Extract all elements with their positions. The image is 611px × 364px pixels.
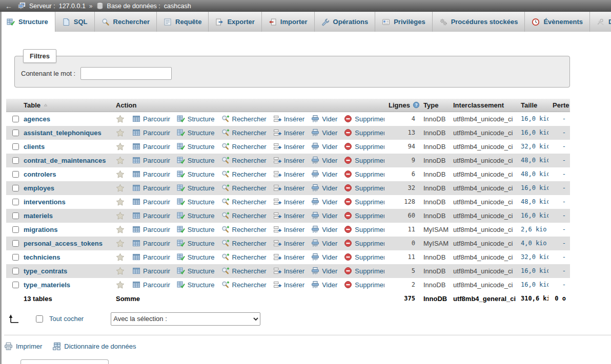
action-rechercher[interactable]: Rechercher bbox=[221, 253, 267, 261]
action-structure[interactable]: Structure bbox=[177, 142, 215, 151]
table-name-link[interactable]: clients bbox=[24, 143, 45, 151]
action-rechercher[interactable]: Rechercher bbox=[221, 239, 267, 247]
action-parcourir[interactable]: Parcourir bbox=[132, 142, 170, 151]
action-vider[interactable]: Vider bbox=[311, 184, 337, 192]
favorite-star-icon[interactable] bbox=[116, 281, 125, 289]
tab-operations[interactable]: Opérations bbox=[315, 12, 376, 32]
action-rechercher[interactable]: Rechercher bbox=[221, 156, 267, 164]
breadcrumb-database-link[interactable]: cashcash bbox=[164, 3, 191, 10]
action-supprimer[interactable]: Supprimer bbox=[344, 225, 384, 233]
header-size[interactable]: Taille bbox=[517, 99, 548, 112]
action-vider[interactable]: Vider bbox=[311, 142, 337, 151]
action-structure[interactable]: Structure bbox=[177, 267, 215, 275]
favorite-star-icon[interactable] bbox=[116, 211, 125, 220]
action-inserer[interactable]: Insérer bbox=[273, 267, 304, 275]
favorite-star-icon[interactable] bbox=[116, 267, 125, 275]
table-name-link[interactable]: techniciens bbox=[24, 253, 60, 261]
favorite-star-icon[interactable] bbox=[116, 225, 125, 234]
action-parcourir[interactable]: Parcourir bbox=[132, 239, 170, 247]
sort-asc-icon[interactable] bbox=[43, 102, 48, 108]
tab-de[interactable]: De bbox=[590, 12, 611, 32]
action-vider[interactable]: Vider bbox=[311, 239, 337, 247]
favorite-star-icon[interactable] bbox=[116, 156, 125, 165]
action-supprimer[interactable]: Supprimer bbox=[344, 156, 384, 164]
check-all-checkbox[interactable] bbox=[36, 315, 43, 323]
action-supprimer[interactable]: Supprimer bbox=[344, 253, 384, 261]
tab-evenements[interactable]: Évènements bbox=[525, 12, 590, 32]
favorite-star-icon[interactable] bbox=[116, 253, 125, 262]
print-link[interactable]: Imprimer bbox=[4, 342, 42, 351]
action-inserer[interactable]: Insérer bbox=[273, 225, 304, 233]
favorite-star-icon[interactable] bbox=[116, 142, 125, 151]
action-parcourir[interactable]: Parcourir bbox=[132, 253, 170, 261]
action-parcourir[interactable]: Parcourir bbox=[132, 129, 170, 137]
row-checkbox[interactable] bbox=[12, 282, 19, 288]
action-parcourir[interactable]: Parcourir bbox=[132, 184, 170, 192]
tab-requete[interactable]: Requête bbox=[157, 12, 209, 32]
tab-structure[interactable]: Structure bbox=[0, 12, 55, 32]
action-inserer[interactable]: Insérer bbox=[273, 142, 304, 151]
action-vider[interactable]: Vider bbox=[311, 281, 337, 289]
favorite-star-icon[interactable] bbox=[116, 184, 125, 192]
row-checkbox[interactable] bbox=[12, 226, 19, 233]
favorite-star-icon[interactable] bbox=[116, 129, 125, 137]
action-inserer[interactable]: Insérer bbox=[273, 129, 304, 137]
action-inserer[interactable]: Insérer bbox=[273, 115, 304, 123]
action-rechercher[interactable]: Rechercher bbox=[221, 115, 267, 123]
table-name-link[interactable]: contrat_de_maintenances bbox=[24, 157, 106, 164]
action-rechercher[interactable]: Rechercher bbox=[221, 184, 267, 192]
row-checkbox[interactable] bbox=[12, 212, 19, 219]
action-rechercher[interactable]: Rechercher bbox=[221, 129, 267, 137]
action-structure[interactable]: Structure bbox=[177, 184, 215, 192]
action-inserer[interactable]: Insérer bbox=[273, 184, 304, 192]
header-rows[interactable]: Lignes ? bbox=[384, 99, 419, 112]
action-rechercher[interactable]: Rechercher bbox=[221, 198, 267, 206]
check-all-label[interactable]: Tout cocher bbox=[49, 315, 84, 323]
tab-importer[interactable]: Importer bbox=[262, 12, 315, 32]
action-rechercher[interactable]: Rechercher bbox=[221, 225, 267, 233]
filter-input[interactable] bbox=[80, 67, 172, 80]
table-name-link[interactable]: materiels bbox=[24, 212, 53, 220]
table-name-link[interactable]: controlers bbox=[24, 170, 56, 178]
action-supprimer[interactable]: Supprimer bbox=[344, 170, 384, 178]
action-vider[interactable]: Vider bbox=[311, 156, 337, 164]
action-supprimer[interactable]: Supprimer bbox=[344, 211, 384, 220]
action-structure[interactable]: Structure bbox=[177, 115, 215, 123]
header-collation[interactable]: Interclassement bbox=[449, 99, 517, 112]
action-inserer[interactable]: Insérer bbox=[273, 281, 304, 289]
action-inserer[interactable]: Insérer bbox=[273, 239, 304, 247]
row-checkbox[interactable] bbox=[12, 116, 19, 122]
action-inserer[interactable]: Insérer bbox=[273, 211, 304, 220]
tab-privileges[interactable]: Privilèges bbox=[375, 12, 432, 32]
action-parcourir[interactable]: Parcourir bbox=[132, 156, 170, 164]
help-icon[interactable]: ? bbox=[413, 101, 419, 109]
action-supprimer[interactable]: Supprimer bbox=[344, 129, 384, 137]
action-structure[interactable]: Structure bbox=[177, 253, 215, 261]
action-vider[interactable]: Vider bbox=[311, 129, 337, 137]
table-name-link[interactable]: type_materiels bbox=[24, 281, 70, 289]
action-parcourir[interactable]: Parcourir bbox=[132, 170, 170, 178]
row-checkbox[interactable] bbox=[12, 185, 19, 191]
action-supprimer[interactable]: Supprimer bbox=[344, 184, 384, 192]
header-overhead[interactable]: Perte bbox=[548, 99, 570, 112]
action-inserer[interactable]: Insérer bbox=[273, 170, 304, 178]
action-structure[interactable]: Structure bbox=[177, 211, 215, 220]
action-supprimer[interactable]: Supprimer bbox=[344, 281, 384, 289]
row-checkbox[interactable] bbox=[12, 130, 19, 136]
favorite-star-icon[interactable] bbox=[116, 170, 125, 179]
table-name-link[interactable]: assistant_telephoniques bbox=[24, 129, 101, 137]
action-structure[interactable]: Structure bbox=[177, 129, 215, 137]
data-dictionary-link[interactable]: Dictionnaire de données bbox=[52, 342, 136, 351]
row-checkbox[interactable] bbox=[12, 157, 19, 164]
action-supprimer[interactable]: Supprimer bbox=[344, 239, 384, 247]
action-inserer[interactable]: Insérer bbox=[273, 253, 304, 261]
action-vider[interactable]: Vider bbox=[311, 211, 337, 220]
breadcrumb-database-label[interactable]: Base de données : bbox=[107, 3, 160, 10]
action-vider[interactable]: Vider bbox=[311, 225, 337, 233]
row-checkbox[interactable] bbox=[12, 268, 19, 274]
table-name-link[interactable]: personal_access_tokens bbox=[24, 240, 103, 247]
table-name-link[interactable]: agences bbox=[24, 115, 50, 123]
table-name-link[interactable]: type_contrats bbox=[24, 267, 67, 275]
action-inserer[interactable]: Insérer bbox=[273, 156, 304, 164]
with-selected-select[interactable]: Avec la sélection : bbox=[111, 312, 260, 326]
